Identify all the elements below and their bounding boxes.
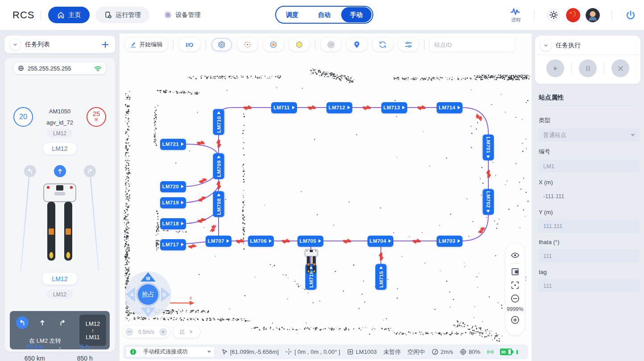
station-tag-input[interactable]: 111 [538, 279, 640, 292]
station-properties-form: 类型普通站点编号LM1X (m)-111.111Y (m)111.111that… [538, 110, 640, 292]
map-action-group [321, 38, 419, 51]
station-theta-label: thata (°) [539, 239, 640, 245]
station-LM706[interactable]: LM706 [248, 236, 274, 247]
task-cancel-button[interactable] [611, 59, 629, 77]
station-number-input[interactable]: LM1 [538, 160, 640, 173]
station-theta-input[interactable]: 111 [538, 249, 640, 262]
lidar-layer-button[interactable] [321, 38, 341, 51]
manual-joystick: W A D S 抢占 [125, 271, 171, 318]
crosshair-icon [285, 349, 292, 355]
collapse-button[interactable] [10, 39, 21, 50]
station-LM721[interactable]: LM721 [160, 139, 186, 150]
station-LM704[interactable]: LM704 [367, 236, 393, 247]
tab-operation-management[interactable]: 运行管理 [95, 7, 149, 23]
agv-id: agv_id_72 [4, 119, 115, 126]
station-arrow-icon [292, 106, 295, 109]
station-layer-button[interactable] [211, 38, 232, 51]
gauge-icon [432, 349, 438, 355]
station-LM707[interactable]: LM707 [206, 236, 231, 247]
path-direction-arrow [417, 103, 426, 108]
task-play-button[interactable] [546, 59, 564, 77]
turn-right-button[interactable] [84, 165, 96, 177]
radar-icon [327, 41, 335, 49]
center-view-button[interactable] [511, 281, 520, 290]
mode-dispatch[interactable]: 调度 [277, 7, 307, 22]
language-button[interactable] [566, 8, 580, 22]
station-type-select[interactable]: 普通站点 [538, 129, 640, 141]
station-LM719[interactable]: LM719 [160, 197, 186, 208]
tab-home[interactable]: 主页 [48, 7, 90, 23]
route-to: LM11 [86, 334, 100, 340]
cursor-position: [61.099m,-5.656m] [221, 349, 279, 355]
station-LM717[interactable]: LM717 [160, 239, 186, 250]
station-LM709[interactable]: LM709 [213, 153, 224, 179]
guide-line-left [21, 178, 29, 271]
process-button[interactable]: 进程 [509, 7, 523, 23]
start-edit-button[interactable]: 开始编辑 [125, 38, 168, 51]
seize-control-button[interactable]: 抢占 [136, 282, 160, 307]
plussq-icon [347, 349, 354, 355]
station-LM703[interactable]: LM703 [437, 236, 462, 247]
visibility-button[interactable] [511, 251, 520, 260]
area-layer-button[interactable] [289, 38, 310, 51]
minimap-button[interactable] [511, 267, 520, 276]
station-LM711[interactable]: LM711 [271, 102, 297, 113]
map-stage[interactable]: LM710LM711LM712LM713LM714LM701LM702LM703… [120, 33, 532, 361]
scatter-layer-button[interactable] [237, 38, 258, 51]
station-LM701[interactable]: LM701 [483, 134, 494, 160]
task-list-panel: 任务列表 255.255.255.255 20 25限 AM1050 agv_i… [0, 33, 120, 361]
chevron-down-icon [207, 351, 211, 353]
add-task-button[interactable] [101, 40, 110, 49]
status-message-select[interactable]: 手动模式连接成功 [126, 346, 215, 357]
trip-hours: 5 h [76, 343, 94, 353]
turn-left-button[interactable] [24, 165, 36, 177]
location-pin-button[interactable] [347, 38, 367, 51]
trip-distance: 25 km [26, 343, 44, 353]
zoom-in-button[interactable] [511, 315, 520, 324]
tab-equipment-management[interactable]: 设备管理 [155, 7, 209, 23]
station-search [430, 38, 515, 51]
station-LM705[interactable]: LM705 [297, 236, 323, 247]
collapse-button[interactable] [541, 40, 551, 51]
station-search-input[interactable] [434, 41, 513, 48]
station-properties-title: 站点属性 [539, 94, 564, 102]
signal-icon [487, 349, 494, 355]
station-LM713[interactable]: LM713 [381, 102, 407, 113]
refresh-map-button[interactable] [372, 38, 393, 51]
divider [538, 105, 639, 106]
station-badge-small: LM12 [47, 129, 73, 138]
station-LM702[interactable]: LM702 [483, 189, 494, 215]
station-y-input[interactable]: 111.111 [538, 220, 640, 232]
forward-button[interactable] [54, 165, 66, 177]
target-layer-button[interactable] [263, 38, 284, 51]
theme-button[interactable] [546, 8, 561, 22]
station-arrow-icon [181, 142, 184, 146]
x-axis-label: x [190, 295, 192, 300]
task-execution-card: 任务执行 [535, 36, 640, 84]
station-LM712[interactable]: LM712 [326, 102, 352, 113]
station-LM720[interactable]: LM720 [160, 181, 186, 192]
zoom-out-button[interactable] [511, 294, 520, 303]
agv-robot-marker[interactable] [305, 249, 318, 277]
mode-auto[interactable]: 自动 [309, 7, 339, 22]
task-pause-button[interactable] [579, 59, 597, 77]
io-button[interactable]: I/O [179, 38, 200, 51]
power-button[interactable] [623, 8, 638, 22]
station-LM714[interactable]: LM714 [437, 102, 462, 113]
mode-toggle: 调度 自动 手动 [275, 6, 373, 24]
station-arrow-icon [487, 155, 490, 158]
agv-ip-field[interactable]: 255.255.255.255 [13, 62, 106, 74]
avatar[interactable] [586, 8, 600, 22]
map-settings-button[interactable] [398, 38, 419, 51]
speed-increase-button[interactable] [159, 328, 167, 336]
speed-decrease-button[interactable] [125, 328, 133, 336]
app-logo: RCS [12, 9, 34, 21]
mode-manual[interactable]: 手动 [341, 7, 372, 22]
divider [140, 349, 140, 355]
station-LM718[interactable]: LM718 [160, 218, 186, 229]
station-LM715[interactable]: LM715 [376, 264, 387, 290]
station-LM710[interactable]: LM710 [213, 109, 224, 135]
fork-control[interactable] [173, 326, 200, 338]
path-direction-arrow [243, 103, 252, 108]
station-LM708[interactable]: LM708 [213, 191, 224, 217]
